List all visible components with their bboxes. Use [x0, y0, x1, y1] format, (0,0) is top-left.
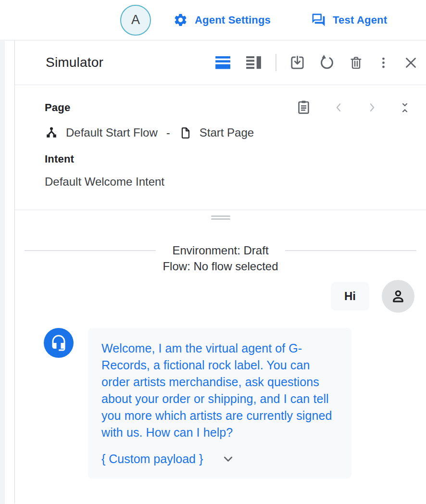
view-sidebar-icon: [245, 55, 263, 70]
test-agent-link[interactable]: Test Agent: [311, 13, 387, 27]
view-stream-icon: [214, 55, 232, 70]
flow-name[interactable]: Default Start Flow: [66, 126, 158, 139]
gear-icon: [173, 13, 188, 27]
flow-icon: [45, 126, 58, 139]
intent-value: Default Welcome Intent: [45, 175, 413, 189]
clipboard-icon: [296, 100, 312, 115]
simulator-panel: Simulator: [14, 40, 426, 504]
simulator-header: Simulator: [15, 40, 426, 85]
chevron-right-icon: [366, 101, 378, 113]
user-message-row: Hi: [15, 280, 426, 313]
chevron-left-icon: [333, 101, 345, 113]
close-simulator-button[interactable]: [403, 55, 418, 70]
agent-settings-label: Agent Settings: [195, 14, 271, 26]
person-icon: [389, 288, 407, 305]
chevron-down-icon: [221, 452, 235, 466]
view-stream-button[interactable]: [214, 55, 232, 70]
environment-status-row: Environment: Draft: [15, 244, 426, 257]
intent-label: Intent: [45, 153, 413, 165]
page-info-section: Page: [15, 85, 426, 210]
page-edge-strip: [0, 41, 5, 504]
resize-drag-handle[interactable]: [211, 215, 230, 220]
user-avatar: [382, 280, 414, 313]
flow-breadcrumb: Default Start Flow - Start Page: [45, 126, 413, 139]
save-conversation-button[interactable]: [289, 55, 305, 71]
avatar-letter: A: [131, 13, 140, 27]
headset-icon: [50, 334, 67, 352]
more-options-button[interactable]: [376, 56, 390, 70]
view-sidebar-button[interactable]: [245, 55, 263, 70]
flow-status: Flow: No flow selected: [15, 260, 426, 273]
conversation-area: Environment: Draft Flow: No flow selecte…: [15, 215, 426, 479]
agent-avatar: [44, 328, 74, 358]
agent-message-bubble: Welcome, I am the virtual agent of G-Rec…: [88, 328, 351, 479]
user-message-bubble: Hi: [331, 282, 369, 311]
page-label: Page: [45, 101, 70, 114]
environment-status: Environment: Draft: [172, 244, 268, 257]
previous-step-button[interactable]: [333, 101, 345, 113]
status-divider-right: [285, 250, 416, 251]
custom-payload-label[interactable]: { Custom payload }: [101, 452, 203, 466]
trash-icon: [349, 55, 363, 70]
save-icon: [289, 55, 305, 71]
agent-message-row: Welcome, I am the virtual agent of G-Rec…: [15, 328, 426, 479]
agent-avatar-badge[interactable]: A: [120, 5, 151, 36]
toolbar-divider: [276, 54, 276, 71]
unfold-less-icon: [399, 102, 411, 113]
restart-icon: [318, 54, 336, 71]
status-divider-left: [25, 250, 156, 251]
page-file-icon: [179, 126, 192, 139]
simulator-title: Simulator: [46, 55, 103, 70]
close-icon: [403, 55, 418, 70]
test-agent-label: Test Agent: [333, 14, 387, 26]
agent-settings-link[interactable]: Agent Settings: [173, 13, 271, 27]
chat-bubbles-icon: [311, 13, 326, 27]
expand-payload-button[interactable]: [221, 452, 235, 466]
collapse-section-button[interactable]: [399, 102, 411, 113]
breadcrumb-separator: -: [166, 126, 170, 139]
more-vert-icon: [376, 56, 390, 70]
restart-button[interactable]: [318, 54, 336, 71]
user-message-text: Hi: [344, 290, 356, 302]
top-app-bar: A Agent Settings Test Agent: [0, 0, 426, 40]
next-step-button[interactable]: [366, 101, 378, 113]
page-name[interactable]: Start Page: [200, 126, 254, 139]
delete-conversation-button[interactable]: [349, 55, 363, 70]
agent-message-text: Welcome, I am the virtual agent of G-Rec…: [101, 340, 338, 441]
transcript-button[interactable]: [296, 100, 312, 115]
